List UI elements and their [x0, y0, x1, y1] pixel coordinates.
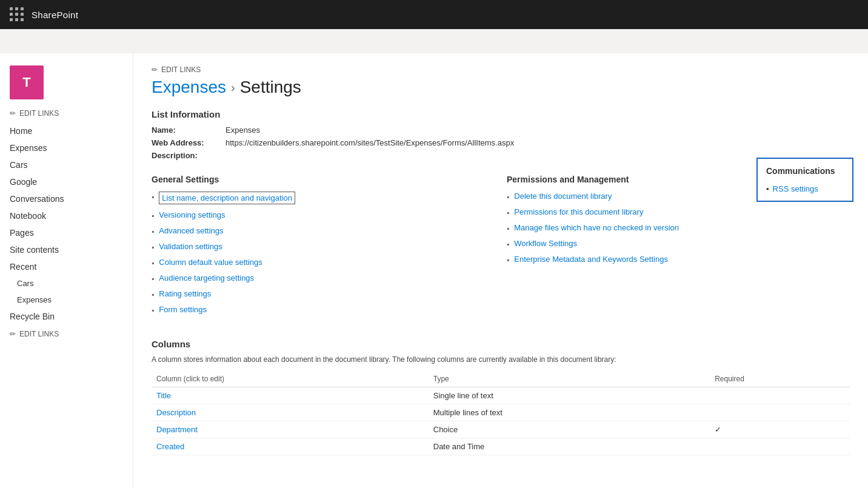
comm-link-0: ▪ RSS settings [766, 184, 844, 193]
top-bar: SharePoint [0, 0, 868, 29]
name-value: Expenses [225, 125, 260, 135]
bullet-icon: ▪ [507, 209, 509, 217]
bullet-icon: ▪ [152, 275, 154, 283]
bullet-icon: ▪ [507, 240, 509, 249]
bullet-icon: ▪ [507, 193, 509, 201]
pencil-icon: ✏ [10, 109, 16, 118]
validation-settings-link[interactable]: Validation settings [159, 242, 222, 251]
table-row: Created Date and Time [152, 438, 850, 455]
sidebar: T ✏ EDIT LINKS Home Expenses Cars Google… [0, 53, 133, 488]
col-header-required: Required [710, 371, 850, 387]
app-title: SharePoint [32, 10, 78, 20]
delete-library-link[interactable]: Delete this document library [514, 192, 612, 201]
perm-link-2: ▪ Manage files which have no checked in … [507, 223, 850, 233]
pencil-icon-content: ✏ [152, 65, 158, 74]
versioning-settings-link[interactable]: Versioning settings [159, 210, 225, 219]
permissions-library-link[interactable]: Permissions for this document library [514, 207, 643, 216]
columns-section: Columns A column stores information abou… [152, 339, 850, 455]
main-layout: T ✏ EDIT LINKS Home Expenses Cars Google… [0, 53, 868, 488]
list-name-nav-link[interactable]: List name, description and navigation [159, 192, 295, 204]
perm-link-4: ▪ Enterprise Metadata and Keywords Setti… [507, 255, 850, 264]
name-row: Name: Expenses [152, 125, 850, 135]
form-settings-link[interactable]: Form settings [159, 305, 207, 314]
web-address-value: https://citizenbuilders.sharepoint.com/s… [225, 138, 514, 147]
sidebar-item-notebook[interactable]: Notebook [0, 207, 133, 224]
col-desc-type: Multiple lines of text [429, 404, 710, 421]
communications-panel: Communications ▪ RSS settings [756, 158, 853, 202]
table-row: Department Choice ✓ [152, 421, 850, 438]
general-settings-title: General Settings [152, 175, 495, 184]
columns-description: A column stores information about each d… [152, 355, 850, 364]
description-label: Description: [152, 151, 218, 160]
app-launcher-icon[interactable] [10, 7, 24, 22]
rss-settings-link[interactable]: RSS settings [773, 184, 818, 193]
sub-header [0, 29, 868, 53]
col-created-link[interactable]: Created [152, 438, 429, 455]
col-created-required [710, 438, 850, 455]
col-header-type: Type [429, 371, 710, 387]
enterprise-metadata-link[interactable]: Enterprise Metadata and Keywords Setting… [514, 255, 668, 264]
general-link-2: ▪ Advanced settings [152, 226, 495, 236]
bullet-icon: ▪ [152, 259, 154, 267]
rating-settings-link[interactable]: Rating settings [159, 289, 211, 298]
sidebar-item-home[interactable]: Home [0, 122, 133, 139]
web-address-label: Web Address: [152, 138, 218, 147]
pencil-icon-bottom: ✏ [10, 330, 16, 338]
table-row: Title Single line of text [152, 387, 850, 404]
sidebar-item-recent[interactable]: Recent [0, 258, 133, 275]
bullet-icon: ▪ [152, 306, 154, 315]
sidebar-item-pages[interactable]: Pages [0, 224, 133, 241]
col-dept-link[interactable]: Department [152, 421, 429, 438]
advanced-settings-link[interactable]: Advanced settings [159, 226, 223, 235]
settings-grid: General Settings ▪ List name, descriptio… [152, 175, 850, 321]
col-created-type: Date and Time [429, 438, 710, 455]
general-link-0: ▪ List name, description and navigation [152, 192, 495, 204]
col-title-link[interactable]: Title [152, 387, 429, 404]
sidebar-item-conversations[interactable]: Conversations [0, 190, 133, 207]
columns-header-row: Column (click to edit) Type Required [152, 371, 850, 387]
bullet-icon: ▪ [152, 290, 154, 299]
bullet-icon: ▪ [152, 227, 154, 236]
sidebar-item-recent-cars[interactable]: Cars [0, 275, 133, 292]
general-settings-col: General Settings ▪ List name, descriptio… [152, 175, 495, 321]
bullet-icon: ▪ [152, 193, 154, 201]
description-row: Description: [152, 151, 850, 160]
perm-link-1: ▪ Permissions for this document library [507, 207, 850, 217]
sidebar-item-cars[interactable]: Cars [0, 156, 133, 173]
col-desc-required [710, 404, 850, 421]
col-desc-link[interactable]: Description [152, 404, 429, 421]
general-link-3: ▪ Validation settings [152, 242, 495, 252]
general-link-4: ▪ Column default value settings [152, 258, 495, 267]
columns-table: Column (click to edit) Type Required Tit… [152, 371, 850, 455]
sidebar-item-expenses[interactable]: Expenses [0, 139, 133, 156]
manage-files-link[interactable]: Manage files which have no checked in ve… [514, 223, 679, 232]
audience-targeting-link[interactable]: Audience targeting settings [159, 273, 254, 282]
column-default-link[interactable]: Column default value settings [159, 258, 262, 267]
bullet-icon: ▪ [152, 243, 154, 252]
edit-links-bottom[interactable]: ✏ EDIT LINKS [0, 325, 133, 343]
edit-links-top[interactable]: ✏ EDIT LINKS [0, 109, 133, 122]
site-logo: T [10, 65, 44, 99]
table-row: Description Multiple lines of text [152, 404, 850, 421]
perm-link-3: ▪ Workflow Settings [507, 239, 850, 249]
content-edit-links[interactable]: ✏ EDIT LINKS [152, 65, 850, 74]
sidebar-item-google[interactable]: Google [0, 173, 133, 190]
breadcrumb-current: Settings [240, 78, 301, 97]
list-info-table: Name: Expenses Web Address: https://citi… [152, 125, 850, 160]
breadcrumb-parent[interactable]: Expenses [152, 78, 226, 97]
workflow-settings-link[interactable]: Workflow Settings [514, 239, 577, 248]
sidebar-item-recycle-bin[interactable]: Recycle Bin [0, 308, 133, 325]
col-title-required [710, 387, 850, 404]
general-link-1: ▪ Versioning settings [152, 210, 495, 220]
col-title-type: Single line of text [429, 387, 710, 404]
bullet-icon: ▪ [507, 224, 509, 233]
col-header-column: Column (click to edit) [152, 371, 429, 387]
sidebar-item-site-contents[interactable]: Site contents [0, 241, 133, 258]
communications-title: Communications [766, 166, 844, 176]
columns-title: Columns [152, 339, 850, 349]
sidebar-item-recent-expenses[interactable]: Expenses [0, 292, 133, 308]
web-address-row: Web Address: https://citizenbuilders.sha… [152, 138, 850, 147]
name-label: Name: [152, 125, 218, 135]
main-content: ✏ EDIT LINKS Expenses › Settings List In… [133, 53, 868, 488]
col-dept-type: Choice [429, 421, 710, 438]
